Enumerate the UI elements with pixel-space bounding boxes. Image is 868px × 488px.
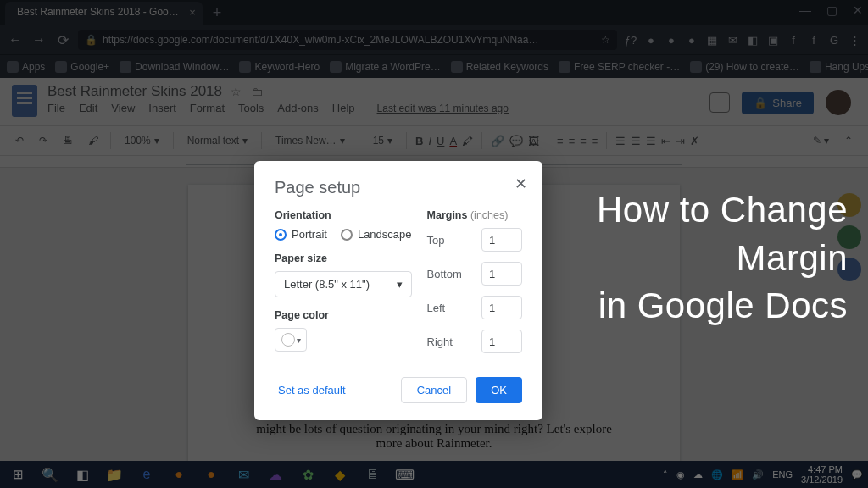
taskbar-app-icon[interactable]: e bbox=[132, 463, 161, 486]
tray-time[interactable]: 4:47 PM bbox=[808, 464, 843, 474]
forward-icon[interactable]: → bbox=[31, 32, 47, 47]
taskbar-app-icon[interactable]: ✿ bbox=[293, 463, 322, 486]
paper-size-select[interactable]: Letter (8.5" x 11") ▾ bbox=[275, 271, 412, 297]
ext-icon[interactable]: G bbox=[827, 33, 841, 47]
indent-decrease-icon[interactable]: ⇤ bbox=[661, 135, 670, 147]
insert-image-icon[interactable]: 🖼 bbox=[528, 135, 539, 147]
bookmark-item[interactable]: (29) How to create… bbox=[690, 61, 799, 73]
tray-drive-icon[interactable]: ☁ bbox=[693, 469, 703, 480]
reload-icon[interactable]: ⟳ bbox=[54, 32, 71, 48]
docs-logo-icon[interactable] bbox=[12, 85, 37, 117]
share-button[interactable]: 🔒 Share bbox=[742, 92, 814, 114]
menu-help[interactable]: Help bbox=[332, 102, 355, 114]
menu-icon[interactable]: ⋮ bbox=[848, 33, 861, 47]
align-left-icon[interactable]: ≡ bbox=[557, 135, 564, 147]
search-icon[interactable]: 🔍 bbox=[36, 463, 64, 486]
taskbar-app-icon[interactable]: ◆ bbox=[326, 463, 354, 486]
document-title[interactable]: Best Rainmeter Skins 2018 bbox=[47, 83, 222, 99]
orientation-portrait-radio[interactable]: Portrait bbox=[275, 228, 327, 241]
align-justify-icon[interactable]: ≡ bbox=[592, 135, 598, 147]
paragraph-style-select[interactable]: Normal text ▾ bbox=[182, 133, 253, 148]
move-folder-icon[interactable]: 🗀 bbox=[251, 85, 263, 98]
bookmark-item[interactable]: Keyword-Hero bbox=[239, 61, 320, 73]
tray-language-icon[interactable]: ENG bbox=[772, 469, 793, 480]
redo-icon[interactable]: ↷ bbox=[36, 133, 51, 148]
comments-icon[interactable] bbox=[709, 92, 730, 113]
cancel-button[interactable]: Cancel bbox=[401, 377, 467, 403]
ext-icon[interactable]: ● bbox=[644, 33, 658, 47]
indent-increase-icon[interactable]: ⇥ bbox=[676, 135, 685, 147]
star-document-icon[interactable]: ☆ bbox=[231, 85, 242, 98]
bookmark-item[interactable]: Apps bbox=[7, 61, 45, 73]
close-window-icon[interactable]: ✕ bbox=[853, 3, 863, 17]
ext-icon[interactable]: ✉ bbox=[726, 33, 739, 47]
ext-icon[interactable]: ● bbox=[665, 33, 678, 47]
bold-icon[interactable]: B bbox=[415, 135, 423, 147]
bookmark-item[interactable]: Migrate a WordPre… bbox=[330, 61, 440, 73]
margin-bottom-input[interactable] bbox=[481, 262, 522, 286]
menu-format[interactable]: Format bbox=[190, 102, 225, 114]
taskbar-app-icon[interactable]: 🖥 bbox=[358, 463, 387, 486]
numbered-list-icon[interactable]: ☰ bbox=[631, 135, 641, 147]
ext-icon[interactable]: f bbox=[787, 33, 800, 47]
menu-file[interactable]: File bbox=[47, 102, 65, 114]
browser-tab[interactable]: Best Rainmeter Skins 2018 - Goo… × bbox=[5, 2, 203, 25]
line-spacing-icon[interactable]: ☰ bbox=[615, 135, 626, 147]
ext-icon[interactable]: ƒ? bbox=[624, 33, 637, 47]
start-button[interactable]: ⊞ bbox=[3, 463, 32, 486]
tray-chevron-icon[interactable]: ˄ bbox=[663, 469, 668, 480]
tray-wifi-icon[interactable]: 📶 bbox=[732, 469, 743, 480]
task-view-icon[interactable]: ◧ bbox=[68, 463, 97, 486]
tray-date[interactable]: 3/12/2019 bbox=[801, 474, 843, 485]
orientation-landscape-radio[interactable]: Landscape bbox=[341, 228, 412, 241]
highlight-icon[interactable]: 🖍 bbox=[462, 135, 473, 147]
tray-volume-icon[interactable]: 🔊 bbox=[752, 469, 764, 480]
ext-icon[interactable]: f bbox=[807, 33, 821, 47]
underline-icon[interactable]: U bbox=[437, 135, 444, 147]
new-tab-button[interactable]: + bbox=[213, 4, 222, 22]
menu-view[interactable]: View bbox=[111, 102, 135, 114]
margin-left-input[interactable] bbox=[481, 296, 522, 319]
notifications-icon[interactable]: 💬 bbox=[851, 469, 863, 480]
editing-mode-select[interactable]: ✎ ▾ bbox=[810, 133, 832, 148]
ok-button[interactable]: OK bbox=[476, 377, 522, 403]
bulleted-list-icon[interactable]: ☰ bbox=[646, 135, 656, 147]
page-color-select[interactable]: ▾ bbox=[275, 328, 307, 352]
align-center-icon[interactable]: ≡ bbox=[569, 135, 576, 147]
tray-location-icon[interactable]: ◉ bbox=[676, 469, 685, 480]
bookmark-item[interactable]: Hang Ups (Want Yo… bbox=[810, 61, 868, 73]
insert-comment-icon[interactable]: 💬 bbox=[509, 135, 523, 147]
italic-icon[interactable]: I bbox=[428, 135, 431, 147]
font-size-select[interactable]: 15 ▾ bbox=[368, 133, 398, 148]
text-color-icon[interactable]: A bbox=[449, 135, 457, 147]
zoom-select[interactable]: 100% ▾ bbox=[120, 133, 164, 148]
taskbar-app-icon[interactable]: 📁 bbox=[100, 463, 129, 486]
minimize-icon[interactable]: — bbox=[799, 3, 811, 17]
undo-icon[interactable]: ↶ bbox=[12, 133, 27, 148]
insert-link-icon[interactable]: 🔗 bbox=[491, 135, 504, 147]
account-avatar[interactable] bbox=[826, 90, 851, 115]
print-icon[interactable]: 🖶 bbox=[59, 133, 76, 148]
margin-top-input[interactable] bbox=[481, 228, 522, 252]
bookmark-item[interactable]: Free SERP checker -… bbox=[559, 61, 680, 73]
margin-right-input[interactable] bbox=[481, 330, 522, 353]
close-tab-icon[interactable]: × bbox=[189, 6, 196, 19]
paint-format-icon[interactable]: 🖌 bbox=[85, 133, 102, 148]
menu-edit[interactable]: Edit bbox=[79, 102, 97, 114]
star-icon[interactable]: ☆ bbox=[601, 34, 610, 46]
menu-insert[interactable]: Insert bbox=[148, 102, 176, 114]
back-icon[interactable]: ← bbox=[7, 32, 24, 47]
bookmark-item[interactable]: Download Window… bbox=[120, 61, 229, 73]
font-select[interactable]: Times New… ▾ bbox=[270, 133, 350, 148]
maximize-icon[interactable]: ▢ bbox=[826, 3, 837, 17]
ext-icon[interactable]: ● bbox=[685, 33, 698, 47]
bookmark-item[interactable]: Google+ bbox=[55, 61, 109, 73]
ext-icon[interactable]: ◧ bbox=[746, 33, 760, 47]
tray-network-icon[interactable]: 🌐 bbox=[711, 469, 723, 480]
ext-icon[interactable]: ▦ bbox=[705, 33, 719, 47]
taskbar-app-icon[interactable]: ⌨ bbox=[390, 463, 419, 486]
taskbar-app-icon[interactable]: ☁ bbox=[261, 463, 290, 486]
collapse-toolbar-icon[interactable]: ⌃ bbox=[841, 133, 856, 148]
ext-icon[interactable]: ▣ bbox=[766, 33, 780, 47]
bookmark-item[interactable]: Related Keywords bbox=[451, 61, 548, 73]
